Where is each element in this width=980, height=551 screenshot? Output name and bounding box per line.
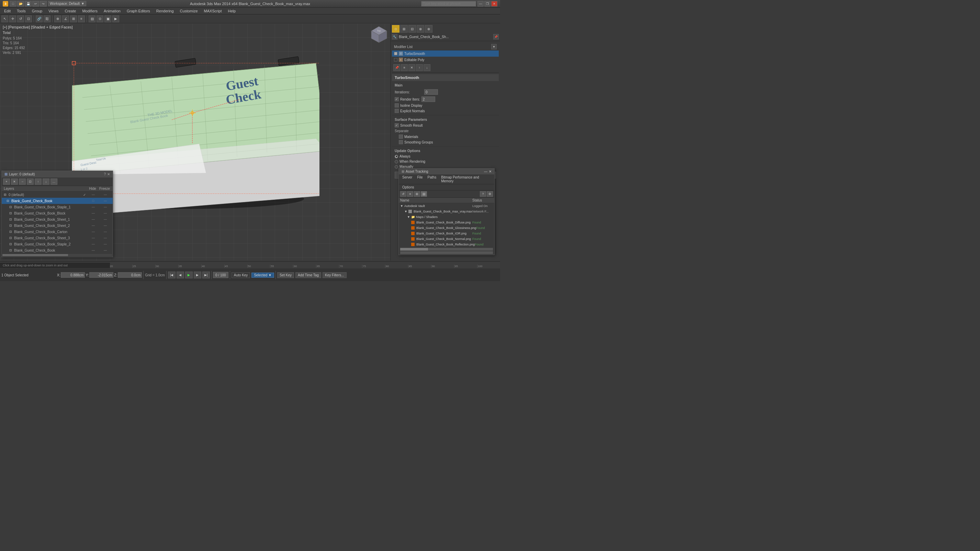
asset-row-vault[interactable]: ▼ Autodesk Vault Logged On <box>399 203 494 209</box>
asset-settings-btn[interactable]: ⚙ <box>487 191 493 197</box>
selected-dropdown[interactable]: Selected ▼ <box>251 273 274 278</box>
iterations-input[interactable] <box>424 89 438 95</box>
btn-prev-frame[interactable]: ◀ <box>177 272 184 278</box>
layer-item-book2[interactable]: ⊡ Blank_Guest_Check_Book — — <box>2 247 113 253</box>
menu-group[interactable]: Group <box>29 8 45 14</box>
asset-row-ior[interactable]: Blank_Guest_Check_Book_IOR.png Found <box>399 231 494 236</box>
menu-animation[interactable]: Animation <box>101 8 123 14</box>
rp-icon-5[interactable]: ⊕ <box>425 25 433 33</box>
manually-radio[interactable] <box>395 165 398 168</box>
layer-item-sheet1[interactable]: ⊡ Blank_Guest_Check_Book_Sheet_1 — — <box>2 216 113 222</box>
rp-icon-6[interactable]: 🔧 <box>392 34 398 40</box>
layer-item-block[interactable]: ⊡ Blank_Guest_Check_Book_Block — — <box>2 210 113 216</box>
unlink-btn[interactable]: ⛓ <box>44 16 51 22</box>
layer-item-staple1[interactable]: ⊡ Blank_Guest_Check_Book_Staple_1 — — <box>2 204 113 210</box>
menu-views[interactable]: Views <box>46 8 61 14</box>
y-coord-input[interactable] <box>89 272 113 278</box>
isoline-checkbox[interactable] <box>395 103 399 108</box>
undo-btn[interactable]: ↩ <box>32 1 39 6</box>
redo-btn[interactable]: ↪ <box>40 1 47 6</box>
menu-edit[interactable]: Edit <box>2 8 13 14</box>
layers-close-btn[interactable]: ✕ <box>107 172 110 176</box>
render-iters-input[interactable] <box>422 97 435 102</box>
smoothing-groups-checkbox[interactable] <box>399 140 403 144</box>
layers-more-btn[interactable]: … <box>51 178 57 185</box>
modifier-editable-poly[interactable]: E Editable Poly <box>392 57 499 63</box>
btn-go-end[interactable]: ▶| <box>202 272 210 278</box>
scale-btn[interactable]: ⊡ <box>25 16 32 22</box>
btn-play[interactable]: ▶ <box>185 272 193 278</box>
layer-item-main-book[interactable]: ⊟ Blank_Guest_Check_Book □ — <box>2 198 113 204</box>
asset-tree-btn[interactable]: ▤ <box>421 191 427 197</box>
asset-menu-file[interactable]: File <box>415 175 425 183</box>
asset-row-maps-folder[interactable]: ▼ 📁 Maps / Shaders <box>399 214 494 220</box>
menu-help[interactable]: Help <box>225 8 239 14</box>
asset-row-glossiness[interactable]: Blank_Guest_Check_Book_Glossiness.png Fo… <box>399 225 494 231</box>
rp-pin-btn[interactable]: 📌 <box>493 34 499 40</box>
layer-item-carton[interactable]: ⊡ Blank_Guest_Check_Book_Carton — — <box>2 229 113 235</box>
layers-new-btn[interactable]: + <box>3 178 10 185</box>
asset-list-btn[interactable]: ≡ <box>407 191 413 197</box>
layer-item-staple2[interactable]: ⊡ Blank_Guest_Check_Book_Staple_2 — — <box>2 241 113 247</box>
asset-refresh-btn[interactable]: ↺ <box>400 191 406 197</box>
asset-minimize-btn[interactable]: — <box>484 170 487 173</box>
add-time-tag-btn[interactable]: Add Time Tag <box>296 272 321 278</box>
asset-menu-bitmap[interactable]: Bitmap Performance and Memory <box>439 175 493 183</box>
asset-close-btn[interactable]: ✕ <box>489 170 492 173</box>
angle-snap-btn[interactable]: ∠ <box>62 16 69 22</box>
rp-icon-4[interactable]: ⊗ <box>417 25 424 33</box>
layers-sel-btn[interactable]: ⊡ <box>27 178 33 185</box>
always-radio[interactable] <box>395 155 398 158</box>
render-iters-checkbox[interactable] <box>395 97 399 101</box>
select-btn[interactable]: ↖ <box>2 16 8 22</box>
mod-up-btn[interactable]: ↑ <box>416 64 423 71</box>
asset-details-btn[interactable]: ⊞ <box>414 191 420 197</box>
asset-row-normal[interactable]: Blank_Guest_Check_Book_Normal.png Found <box>399 236 494 242</box>
layers-cur-btn[interactable]: ↓ <box>43 178 49 185</box>
mod-pin-btn[interactable]: 📌 <box>393 64 400 71</box>
workspace-dropdown[interactable]: Workspace: Default ▼ <box>48 1 86 6</box>
asset-menu-options-item[interactable]: Options <box>400 185 416 189</box>
materials-checkbox[interactable] <box>399 135 403 139</box>
mod-down-btn[interactable]: ↓ <box>423 64 430 71</box>
menu-maxscript[interactable]: MAXScript <box>201 8 225 14</box>
layer-item-sheet3[interactable]: ⊡ Blank_Guest_Check_Book_Sheet_3 — — <box>2 235 113 241</box>
layers-add-obj-btn[interactable]: → <box>19 178 26 185</box>
rp-icon-1[interactable]: ⊙ <box>392 25 399 33</box>
menu-graph-editors[interactable]: Graph Editors <box>124 8 153 14</box>
align-btn[interactable]: ≡ <box>78 16 85 22</box>
layer-item-sheet2[interactable]: ⊡ Blank_Guest_Check_Book_Sheet_2 — — <box>2 222 113 229</box>
key-filters-btn[interactable]: Key Filters... <box>323 272 347 278</box>
asset-help-btn[interactable]: ? <box>480 191 486 197</box>
layer-mgr-btn[interactable]: ▤ <box>89 16 95 22</box>
explicit-normals-checkbox[interactable] <box>395 109 399 113</box>
menu-rendering[interactable]: Rendering <box>154 8 177 14</box>
search-input[interactable] <box>421 1 476 6</box>
minimize-btn[interactable]: — <box>477 1 484 6</box>
layers-find-btn[interactable]: ↑ <box>35 178 41 185</box>
layers-scrollbar[interactable] <box>2 254 112 256</box>
set-key-btn[interactable]: Set Key <box>277 272 294 278</box>
btn-go-start[interactable]: |◀ <box>168 272 175 278</box>
frame-counter[interactable] <box>213 272 228 278</box>
menu-create[interactable]: Create <box>62 8 79 14</box>
link-btn[interactable]: 🔗 <box>36 16 43 22</box>
asset-row-reflection[interactable]: Blank_Guest_Check_Book_Reflection.png Fo… <box>399 242 494 247</box>
layer-item-default[interactable]: ⊟ 0 (default) ✓ — — <box>2 192 113 198</box>
open-btn[interactable]: 📂 <box>17 1 24 6</box>
snap-btn[interactable]: ⊕ <box>54 16 61 22</box>
menu-modifiers[interactable]: Modifiers <box>80 8 100 14</box>
btn-next-frame[interactable]: ▶ <box>194 272 201 278</box>
smooth-result-checkbox[interactable] <box>395 123 399 127</box>
layers-del-btn[interactable]: ✕ <box>11 178 18 185</box>
rp-icon-3[interactable]: ⊟ <box>409 25 416 33</box>
z-coord-input[interactable] <box>118 272 142 278</box>
mod-del-btn[interactable]: ✕ <box>409 64 415 71</box>
modifier-dropdown[interactable]: ▼ <box>491 44 497 49</box>
move-btn[interactable]: ✛ <box>9 16 16 22</box>
layers-help-btn[interactable]: ? <box>104 172 106 176</box>
asset-menu-server[interactable]: Server <box>400 175 414 183</box>
x-coord-input[interactable] <box>61 272 85 278</box>
asset-row-diffuse[interactable]: Blank_Guest_Check_Book_Diffuse.png Found <box>399 220 494 225</box>
mod-stack-btn[interactable]: ≡ <box>401 64 408 71</box>
